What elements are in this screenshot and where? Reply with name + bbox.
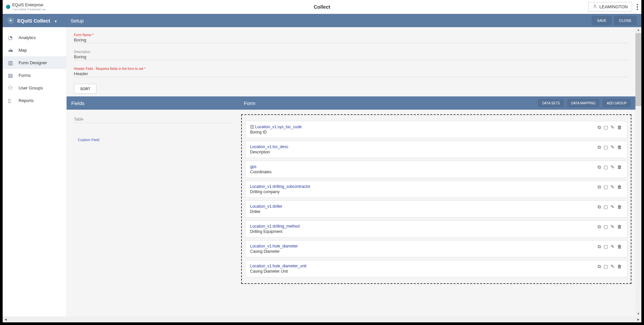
sidebar: Analytics Map Form Designer Forms User G… <box>3 27 67 316</box>
form-field-card[interactable]: Location_v1:drilling_subcontractor Drill… <box>245 181 627 198</box>
scroll-thumb[interactable] <box>635 33 641 106</box>
collect-title[interactable]: EQuIS Collect ▼ <box>17 18 57 24</box>
sidebar-item-label: User Groups <box>19 85 43 90</box>
sort-button[interactable]: SORT <box>74 84 96 94</box>
sidebar-item-analytics[interactable]: Analytics <box>3 31 66 44</box>
device-icon[interactable]: ▢ <box>603 184 609 190</box>
sidebar-item-label: Analytics <box>19 35 36 40</box>
device-icon[interactable]: ▢ <box>603 244 609 249</box>
edit-icon[interactable]: ✎ <box>610 264 615 269</box>
form-field-card[interactable]: Location_v1:hole_diameter Casing Diamete… <box>245 240 627 257</box>
close-button[interactable]: CLOSE <box>614 16 637 25</box>
analytics-icon <box>8 34 14 40</box>
edit-icon[interactable]: ✎ <box>610 224 615 230</box>
sidebar-item-form-designer[interactable]: Form Designer <box>3 56 66 69</box>
reports-icon <box>8 97 14 103</box>
edit-icon[interactable]: ✎ <box>610 204 615 210</box>
copy-icon[interactable]: ⧉ <box>597 164 602 170</box>
sidebar-item-user-groups[interactable]: User Groups <box>3 81 66 94</box>
add-group-button[interactable]: ADD GROUP <box>603 99 631 107</box>
vertical-scrollbar[interactable]: ▲ ▼ <box>635 27 641 316</box>
more-menu-icon[interactable] <box>637 4 638 10</box>
copy-icon[interactable]: ⧉ <box>597 224 602 230</box>
user-groups-icon <box>8 85 14 91</box>
copy-icon[interactable]: ⧉ <box>597 125 602 130</box>
sidebar-item-map[interactable]: Map <box>3 44 66 56</box>
custom-field-link[interactable]: Custom Field <box>74 138 232 142</box>
page-title: Collect <box>314 4 330 10</box>
device-icon[interactable]: ▢ <box>603 164 609 170</box>
delete-icon[interactable]: 🗑 <box>617 244 622 249</box>
edit-icon[interactable]: ✎ <box>610 125 615 130</box>
user-label: LEAMINGTON <box>599 4 628 9</box>
scroll-up-icon[interactable]: ▲ <box>635 27 641 32</box>
description-input[interactable] <box>74 54 628 59</box>
sidebar-item-label: Form Designer <box>19 60 47 65</box>
topbar: EQuIS Enterprise 7.0.0.18204 © EarthSoft… <box>3 0 641 14</box>
edit-icon[interactable]: ✎ <box>610 164 615 170</box>
collect-logo-icon: ✦ <box>7 17 14 24</box>
chevron-down-icon: ▼ <box>54 20 57 23</box>
header-field-label: Header Field - Requires fields in the fo… <box>74 67 628 71</box>
delete-icon[interactable]: 🗑 <box>617 164 622 170</box>
edit-icon[interactable]: ✎ <box>610 244 615 249</box>
table-select-label[interactable]: Table <box>74 117 232 123</box>
form-field-card[interactable]: Location_v1:loc_desc Description ⧉ ▢ ✎ 🗑 <box>245 141 627 158</box>
horizontal-scrollbar[interactable]: ◄ ► <box>3 316 641 322</box>
fields-column: Table Custom Field <box>67 110 239 289</box>
device-icon[interactable]: ▢ <box>603 224 609 230</box>
form-field-card[interactable]: Location_v1:hole_diameter_unit Casing Di… <box>245 260 627 277</box>
main: Form Name * Description Header Field - R… <box>67 27 635 316</box>
edit-icon[interactable]: ✎ <box>610 184 615 190</box>
form-name-input[interactable] <box>74 37 628 42</box>
header-field-input[interactable] <box>74 71 628 76</box>
copy-icon[interactable]: ⧉ <box>597 184 602 190</box>
twocol-header: Fields Form DATA SETS DATA MAPPING ADD G… <box>67 96 635 110</box>
scroll-right-icon[interactable]: ► <box>635 317 641 321</box>
copy-icon[interactable]: ⧉ <box>597 204 602 210</box>
sidebar-item-label: Map <box>19 48 27 53</box>
delete-icon[interactable]: 🗑 <box>617 264 622 269</box>
device-icon[interactable]: ▢ <box>603 204 609 210</box>
forms-icon <box>8 72 14 78</box>
subheader: ✦ EQuIS Collect ▼ Setup SAVE CLOSE <box>3 14 641 27</box>
breadcrumb: Setup <box>71 18 83 24</box>
delete-icon[interactable]: 🗑 <box>617 204 622 210</box>
description-label: Description <box>74 50 628 54</box>
sidebar-item-reports[interactable]: Reports <box>3 94 66 107</box>
form-field-card[interactable]: gps Coordinates ⧉ ▢ ✎ 🗑 <box>245 161 627 178</box>
delete-icon[interactable]: 🗑 <box>617 125 622 130</box>
form-field-card[interactable]: Location_v1:drilling_method Drilling Equ… <box>245 220 627 238</box>
form-column: ⚿Location_v1:sys_loc_code Boring ID ⧉ ▢ … <box>239 110 635 289</box>
device-icon[interactable]: ▢ <box>603 264 609 269</box>
app-version: 7.0.0.18204 © EarthSoft, Inc. <box>12 8 46 11</box>
copy-icon[interactable]: ⧉ <box>597 264 602 269</box>
form-designer-icon <box>8 60 14 66</box>
form-field-card[interactable]: ⚿Location_v1:sys_loc_code Boring ID ⧉ ▢ … <box>245 121 627 138</box>
app-name: EQuIS Enterprise <box>12 3 46 7</box>
save-button[interactable]: SAVE <box>592 16 612 25</box>
fields-column-title: Fields <box>67 100 239 106</box>
sidebar-item-label: Reports <box>19 98 34 103</box>
user-button[interactable]: LEAMINGTON <box>588 2 632 12</box>
delete-icon[interactable]: 🗑 <box>617 224 622 230</box>
copy-icon[interactable]: ⧉ <box>597 244 602 249</box>
device-icon[interactable]: ▢ <box>603 144 609 150</box>
scroll-left-icon[interactable]: ◄ <box>3 317 9 321</box>
form-column-title: Form <box>244 100 255 106</box>
form-dropzone[interactable]: ⚿Location_v1:sys_loc_code Boring ID ⧉ ▢ … <box>241 114 631 284</box>
delete-icon[interactable]: 🗑 <box>617 144 622 150</box>
delete-icon[interactable]: 🗑 <box>617 184 622 190</box>
sidebar-item-forms[interactable]: Forms <box>3 69 66 81</box>
device-icon[interactable]: ▢ <box>603 125 609 130</box>
form-name-label: Form Name * <box>74 33 628 37</box>
key-icon: ⚿ <box>250 125 254 129</box>
data-mapping-button[interactable]: DATA MAPPING <box>567 99 600 107</box>
copy-icon[interactable]: ⧉ <box>597 144 602 150</box>
form-field-card[interactable]: Location_v1:driller Driller ⧉ ▢ ✎ 🗑 <box>245 200 627 218</box>
user-icon <box>593 4 597 10</box>
data-sets-button[interactable]: DATA SETS <box>538 99 564 107</box>
edit-icon[interactable]: ✎ <box>610 144 615 150</box>
sidebar-item-label: Forms <box>19 73 31 78</box>
scroll-down-icon[interactable]: ▼ <box>635 311 641 316</box>
